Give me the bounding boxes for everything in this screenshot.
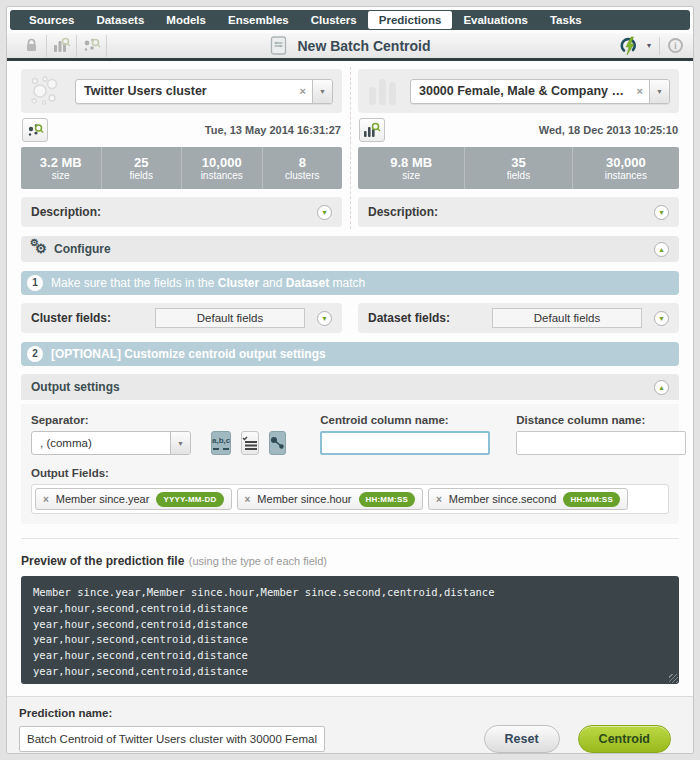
output-settings-title: Output settings — [31, 380, 120, 394]
dataset-view-button[interactable] — [359, 118, 385, 142]
centroid-column-input[interactable] — [320, 431, 490, 455]
dataset-bars-icon — [367, 75, 401, 107]
nav-predictions[interactable]: Predictions — [368, 11, 453, 29]
prediction-name-input[interactable] — [19, 726, 325, 752]
header-toggle-button[interactable]: a,b,c — [211, 431, 231, 455]
cluster-bubbles-icon — [30, 75, 66, 107]
prediction-preview-terminal[interactable]: Member since.year,Member since.hour,Memb… — [21, 576, 679, 684]
cluster-clear-icon[interactable]: × — [294, 85, 312, 97]
dataset-date: Wed, 18 Dec 2013 10:25:10 — [539, 124, 678, 136]
dataset-fields-row: Dataset fields: Default fields ▼ — [358, 303, 679, 333]
cluster-panel-header: Twitter Users cluster × ▼ — [21, 69, 342, 113]
centroid-submit-button[interactable]: Centroid — [578, 725, 671, 753]
cluster-description-expand-icon[interactable]: ▼ — [317, 205, 332, 220]
prediction-name-label: Prediction name: — [19, 707, 681, 719]
cluster-select[interactable]: Twitter Users cluster × ▼ — [75, 79, 333, 104]
dataset-search-icon[interactable] — [47, 35, 77, 57]
preview-section: Preview of the prediction file (using th… — [21, 538, 679, 684]
cluster-fields-expand-icon[interactable]: ▼ — [317, 311, 332, 326]
one-click-action-icon[interactable] — [619, 36, 639, 56]
configure-title: Configure — [54, 242, 111, 256]
dataset-description-expand-icon[interactable]: ▼ — [654, 205, 669, 220]
dataset-select[interactable]: 30000 Female, Male & Company Tw... × ▼ — [410, 79, 670, 104]
field-format-badge: HH:MM:SS — [359, 492, 415, 507]
cluster-fields-value[interactable]: Default fields — [155, 308, 305, 328]
dataset-description-label: Description: — [368, 205, 438, 219]
nav-datasets[interactable]: Datasets — [85, 11, 155, 29]
nav-ensembles[interactable]: Ensembles — [217, 11, 300, 29]
top-nav: Sources Datasets Models Ensembles Cluste… — [10, 10, 690, 30]
cluster-fields-label: Cluster fields: — [31, 311, 111, 325]
nav-models[interactable]: Models — [155, 11, 217, 29]
output-settings-collapse-icon[interactable]: ▲ — [654, 380, 669, 395]
field-list-button[interactable] — [241, 431, 259, 455]
distance-column-label: Distance column name: — [516, 414, 686, 426]
field-name: Member since.second — [449, 493, 557, 505]
dataset-fields-expand-icon[interactable]: ▼ — [654, 311, 669, 326]
dataset-fields-value[interactable]: Default fields — [492, 308, 642, 328]
distance-toggle-button[interactable] — [269, 431, 286, 455]
cluster-search-icon[interactable] — [77, 35, 107, 57]
cluster-description-row[interactable]: Description: ▼ — [21, 197, 342, 227]
remove-field-icon[interactable]: × — [43, 494, 49, 505]
preview-title: Preview of the prediction file — [21, 554, 184, 568]
nav-sources[interactable]: Sources — [18, 11, 85, 29]
nav-tasks[interactable]: Tasks — [539, 11, 593, 29]
cluster-fields-row: Cluster fields: Default fields ▼ — [21, 303, 342, 333]
separator-dropdown-icon[interactable]: ▼ — [170, 432, 190, 454]
abc-label: a,b,c — [212, 437, 230, 445]
dataset-clear-icon[interactable]: × — [631, 85, 649, 97]
output-field-tag[interactable]: × Member since.second HH:MM:SS — [428, 488, 628, 510]
output-settings-content: Separator: , (comma) ▼ a,b,c — [21, 404, 679, 524]
separator-label: Separator: — [31, 414, 191, 426]
separator-select[interactable]: , (comma) ▼ — [31, 431, 191, 455]
output-field-tag[interactable]: × Member since.year YYYY-MM-DD — [35, 488, 232, 510]
step1-text: Make sure that the fields in the Cluster… — [51, 276, 365, 290]
configure-collapse-icon[interactable]: ▲ — [654, 242, 669, 257]
one-click-caret-icon[interactable]: ▾ — [647, 41, 651, 50]
resize-handle[interactable] — [669, 674, 678, 683]
step1-bar: 1 Make sure that the fields in the Clust… — [21, 271, 679, 295]
configure-header[interactable]: ⚙⚙ Configure ▲ — [21, 236, 679, 262]
output-fields-box[interactable]: × Member since.year YYYY-MM-DD × Member … — [31, 484, 669, 514]
preview-line: year,hour,second,centroid,distance — [33, 664, 667, 680]
preview-line: year,hour,second,centroid,distance — [33, 617, 667, 633]
stat-instances: 30,000 instances — [573, 147, 679, 189]
lock-icon[interactable] — [17, 35, 47, 57]
preview-line: year,hour,second,centroid,distance — [33, 601, 667, 617]
output-field-tag[interactable]: × Member since.hour HH:MM:SS — [237, 488, 423, 510]
cluster-view-button[interactable] — [22, 118, 48, 142]
output-fields-label: Output Fields: — [31, 467, 669, 479]
nav-clusters[interactable]: Clusters — [300, 11, 368, 29]
cluster-select-value: Twitter Users cluster — [84, 84, 294, 98]
remove-field-icon[interactable]: × — [245, 494, 251, 505]
cluster-date: Tue, 13 May 2014 16:31:27 — [205, 124, 341, 136]
dataset-fields-label: Dataset fields: — [368, 311, 450, 325]
page-title: New Batch Centroid — [297, 38, 430, 54]
dataset-panel-header: 30000 Female, Male & Company Tw... × ▼ — [358, 69, 679, 113]
nav-evaluations[interactable]: Evaluations — [452, 11, 539, 29]
distance-column-input[interactable] — [516, 431, 686, 455]
preview-line: year,hour,second,centroid,distance — [33, 632, 667, 648]
step1-number: 1 — [27, 275, 43, 291]
dataset-stats-bar: 9.8 MB size 35 fields 30,000 instances — [358, 147, 679, 189]
output-settings-header[interactable]: Output settings ▲ — [21, 374, 679, 400]
reset-button[interactable]: Reset — [484, 725, 560, 753]
dataset-dropdown-icon[interactable]: ▼ — [649, 80, 669, 103]
step2-bar: 2 [OPTIONAL] Customize centroid output s… — [21, 342, 679, 366]
info-icon[interactable]: i — [668, 38, 683, 53]
field-name: Member since.year — [56, 493, 150, 505]
field-format-badge: YYYY-MM-DD — [156, 492, 223, 507]
remove-field-icon[interactable]: × — [436, 494, 442, 505]
resource-panels: Twitter Users cluster × ▼ Tue, 13 May 20… — [7, 61, 693, 227]
cluster-panel: Twitter Users cluster × ▼ Tue, 13 May 20… — [21, 69, 342, 227]
toolbar: New Batch Centroid ▾ i — [7, 33, 693, 61]
cluster-dropdown-icon[interactable]: ▼ — [312, 80, 332, 103]
preview-line: year,hour,second,centroid,distance — [33, 648, 667, 664]
stat-instances: 10,000 instances — [182, 147, 263, 189]
field-format-badge: HH:MM:SS — [563, 492, 619, 507]
dataset-panel: 30000 Female, Male & Company Tw... × ▼ W… — [358, 69, 679, 227]
cluster-description-label: Description: — [31, 205, 101, 219]
dataset-description-row[interactable]: Description: ▼ — [358, 197, 679, 227]
panel-divider — [350, 67, 351, 229]
